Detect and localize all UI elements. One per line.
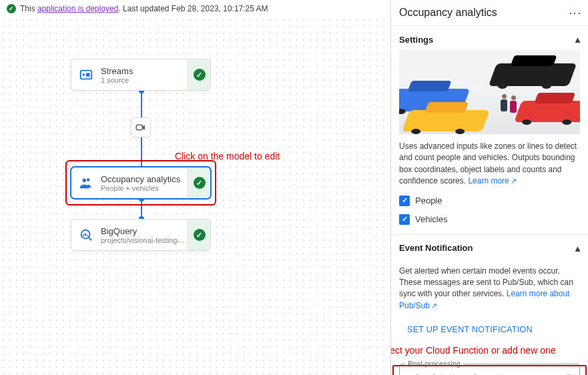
svg-point-4 xyxy=(83,179,87,183)
streams-icon xyxy=(78,67,94,83)
node-subtitle: 1 source xyxy=(101,76,188,84)
node-status: ✓ xyxy=(188,220,210,250)
field-value: pub-sub-test-mock-event xyxy=(406,372,503,375)
app-graph-canvas[interactable]: ✓ This application is deployed. Last upd… xyxy=(0,0,390,375)
check-circle-icon: ✓ xyxy=(7,4,16,13)
settings-illustration xyxy=(399,50,580,134)
node-title: BigQuery xyxy=(101,226,188,236)
post-processing-select[interactable]: Post-processing pub-sub-test-mock-event … xyxy=(399,364,580,375)
node-subtitle: People + vehicles xyxy=(101,184,188,192)
setup-event-notification-button[interactable]: SET UP EVENT NOTIFICATION xyxy=(399,320,541,340)
deployed-link[interactable]: application is deployed xyxy=(37,4,118,13)
deploy-status-bar: ✓ This application is deployed. Last upd… xyxy=(0,0,390,17)
node-bigquery[interactable]: BigQuery projects/visionai-testing-stabl… xyxy=(71,219,211,251)
more-menu-icon[interactable]: ⋮ xyxy=(571,7,580,19)
external-link-icon: ↗ xyxy=(511,177,517,185)
checkbox-checked-icon: ✓ xyxy=(399,196,410,206)
connector xyxy=(141,137,142,167)
bigquery-icon xyxy=(78,227,94,243)
external-link-icon: ↗ xyxy=(431,302,437,310)
node-status: ✓ xyxy=(188,59,210,90)
people-icon xyxy=(78,175,94,191)
status-suffix: . Last updated Feb 28, 2023, 10:17:25 AM xyxy=(118,4,268,13)
checkbox-people[interactable]: ✓ People xyxy=(399,196,580,206)
node-connector-stream[interactable] xyxy=(131,117,151,137)
chevron-down-icon: ▼ xyxy=(565,372,573,375)
panel-title: Occupancy analytics xyxy=(399,7,497,19)
learn-more-link[interactable]: Learn more↗ xyxy=(468,176,516,185)
check-icon: ✓ xyxy=(194,69,206,81)
node-streams[interactable]: Streams 1 source ✓ xyxy=(71,59,211,91)
node-title: Occupancy analytics xyxy=(101,174,188,184)
node-subtitle: projects/visionai-testing-stabl… xyxy=(101,236,188,244)
field-legend: Post-processing xyxy=(405,360,463,368)
event-notification-description: Get alerted when certain model events oc… xyxy=(399,266,580,312)
check-icon: ✓ xyxy=(194,177,206,189)
checkbox-vehicles[interactable]: ✓ Vehicles xyxy=(399,214,580,225)
node-occupancy-analytics[interactable]: Occupancy analytics People + vehicles ✓ xyxy=(71,167,211,199)
node-status: ✓ xyxy=(188,167,210,198)
annotation-text: Click on the model to edit xyxy=(175,151,280,161)
settings-label: Settings xyxy=(399,35,433,45)
event-notification-label: Event Notification xyxy=(399,243,473,253)
checkbox-label: Vehicles xyxy=(415,214,447,224)
settings-section-header[interactable]: Settings ▴ xyxy=(399,26,580,50)
details-panel: Occupancy analytics ⋮ Settings ▴ xyxy=(390,0,588,375)
node-title: Streams xyxy=(101,66,188,76)
svg-rect-3 xyxy=(136,125,142,130)
checkbox-label: People xyxy=(415,196,442,206)
checkbox-checked-icon: ✓ xyxy=(399,214,410,225)
chevron-up-icon: ▴ xyxy=(575,34,580,45)
annotation-text: Select your Cloud Function or add new on… xyxy=(391,345,580,356)
chevron-up-icon: ▴ xyxy=(575,243,580,254)
svg-point-5 xyxy=(87,178,90,181)
svg-point-1 xyxy=(83,73,85,76)
connector xyxy=(141,91,142,117)
check-icon: ✓ xyxy=(194,229,206,241)
settings-description: Uses advanced inputs like zones or lines… xyxy=(399,141,580,188)
status-prefix: This xyxy=(20,4,37,13)
event-notification-header[interactable]: Event Notification ▴ xyxy=(399,235,580,259)
svg-rect-2 xyxy=(86,73,90,77)
